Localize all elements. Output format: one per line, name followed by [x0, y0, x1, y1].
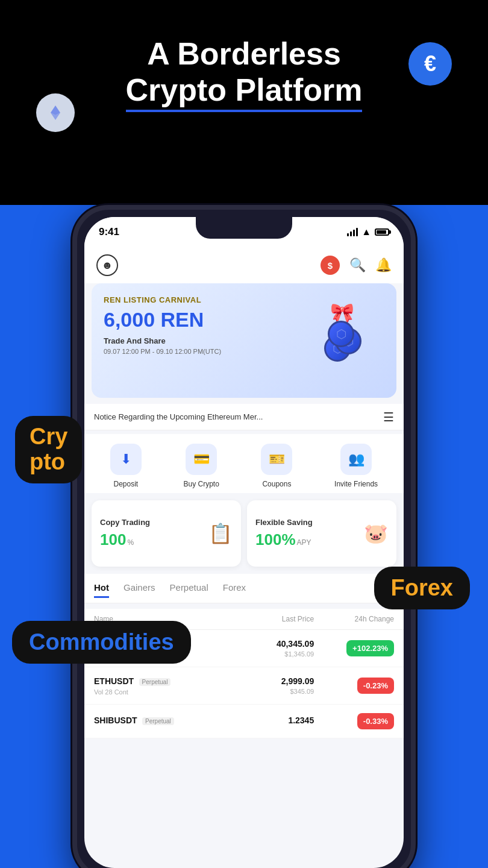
- coin-badge: Perpetual: [142, 717, 174, 725]
- action-deposit[interactable]: ⬇ Deposit: [110, 444, 142, 488]
- th-price: Last Price: [214, 615, 314, 623]
- banner-amount: 6,000 REN: [104, 308, 312, 332]
- coin-3: ⬡: [328, 321, 354, 347]
- floating-commodities-label: Commodities: [12, 621, 191, 664]
- invite-label: Invite Friends: [334, 480, 378, 488]
- row-name: ETHUSDT Perpetual Vol 28 Cont: [94, 676, 214, 696]
- change-badge-up: +102.23%: [346, 640, 394, 656]
- quick-actions: ⬇ Deposit 💳 Buy Crypto 🎫 Coupons 👥: [84, 434, 404, 493]
- menu-icon[interactable]: ☰: [383, 410, 394, 424]
- table-row[interactable]: SHIBUSDT Perpetual 1.2345 -0.33%: [84, 705, 404, 738]
- table-row[interactable]: ETHUSDT Perpetual Vol 28 Cont 2,999.09 $…: [84, 667, 404, 705]
- flexible-saving-title: Flexible Saving: [255, 518, 358, 527]
- user-avatar-button[interactable]: ☻: [96, 254, 118, 276]
- dollar-badge[interactable]: $: [321, 256, 340, 275]
- cards-row: Copy Trading 100 % 📋 Flexible Saving 100…: [92, 500, 396, 567]
- wifi-icon: ▲: [361, 227, 371, 237]
- th-change: 24h Change: [314, 615, 394, 623]
- coin-badge: Perpetual: [139, 678, 171, 686]
- action-invite-friends[interactable]: 👥 Invite Friends: [334, 444, 378, 488]
- row-price: 40,345.09 $1,345.09: [214, 639, 314, 658]
- search-icon[interactable]: 🔍: [349, 257, 366, 273]
- user-icon: ☻: [102, 259, 113, 272]
- row-change: -0.33%: [314, 713, 394, 729]
- notice-text: Notice Regarding the Upcoming Ethereum M…: [94, 412, 376, 421]
- battery-icon: [375, 228, 389, 236]
- floating-forex-label: Forex: [374, 567, 470, 609]
- buy-crypto-label: Buy Crypto: [183, 480, 219, 488]
- change-badge-down: -0.23%: [357, 678, 394, 694]
- deposit-label: Deposit: [113, 480, 138, 488]
- banner-date: 09.07 12:00 PM - 09.10 12:00 PM(UTC): [104, 348, 312, 355]
- banner-subtitle: REN LISTING CARNIVAL: [104, 295, 312, 304]
- phone-notch: [196, 217, 292, 239]
- tab-forex[interactable]: Forex: [223, 582, 246, 598]
- banner-desc: Trade And Share: [104, 336, 312, 345]
- market-tabs: Hot Gainers Perpetual Forex: [84, 574, 404, 603]
- coupons-icon: 🎫: [261, 444, 292, 475]
- flexible-saving-unit: APY: [297, 538, 311, 547]
- floating-crypto-label: Crypto: [15, 416, 82, 483]
- row-change: +102.23%: [314, 640, 394, 656]
- banner-text: REN LISTING CARNIVAL 6,000 REN Trade And…: [104, 295, 312, 355]
- status-time: 9:41: [99, 226, 119, 238]
- notice-bar: Notice Regarding the Upcoming Ethereum M…: [84, 404, 404, 430]
- tab-list: Hot Gainers Perpetual Forex: [94, 582, 394, 598]
- phone-frame: 9:41 ▲ ☻ $ 🔍 🔔: [72, 205, 416, 868]
- banner-image: 🎀 ⬡ ⬡ ⬡: [312, 295, 384, 380]
- tab-perpetual[interactable]: Perpetual: [170, 582, 208, 598]
- flexible-saving-card[interactable]: Flexible Saving 100% APY 🐷: [247, 500, 396, 567]
- price-usd: $1,345.09: [214, 650, 314, 658]
- app-header: ☻ $ 🔍 🔔: [84, 247, 404, 283]
- flexible-saving-icon: 🐷: [364, 522, 388, 545]
- copy-trading-title: Copy Trading: [100, 518, 202, 527]
- price-usd: $345.09: [214, 688, 314, 695]
- tab-hot[interactable]: Hot: [94, 582, 109, 598]
- invite-icon: 👥: [340, 444, 372, 475]
- price-main: 40,345.09: [214, 639, 314, 649]
- buy-crypto-icon: 💳: [186, 444, 217, 475]
- promo-banner[interactable]: REN LISTING CARNIVAL 6,000 REN Trade And…: [92, 283, 396, 398]
- copy-trading-card[interactable]: Copy Trading 100 % 📋: [92, 500, 241, 567]
- action-buy-crypto[interactable]: 💳 Buy Crypto: [183, 444, 219, 488]
- copy-trading-value: 100: [100, 530, 126, 549]
- eth-badge: [36, 93, 75, 132]
- phone-screen: 9:41 ▲ ☻ $ 🔍 🔔: [84, 217, 404, 868]
- hero-line2: Crypto Platform: [126, 72, 363, 112]
- copy-trading-icon: 📋: [208, 522, 233, 545]
- bell-icon[interactable]: 🔔: [375, 257, 392, 273]
- status-icons: ▲: [347, 227, 389, 237]
- row-price: 2,999.09 $345.09: [214, 676, 314, 695]
- price-main: 2,999.09: [214, 676, 314, 686]
- coin-stack: 🎀 ⬡ ⬡ ⬡: [324, 313, 372, 362]
- copy-trading-unit: %: [127, 538, 134, 547]
- row-name: SHIBUSDT Perpetual: [94, 715, 214, 728]
- action-coupons[interactable]: 🎫 Coupons: [261, 444, 292, 488]
- tab-gainers[interactable]: Gainers: [124, 582, 155, 598]
- signal-icon: [347, 228, 358, 236]
- coupons-label: Coupons: [262, 480, 291, 488]
- coin-vol: Vol 28 Cont: [94, 688, 214, 696]
- coin-name: ETHUSDT: [94, 676, 134, 686]
- row-change: -0.23%: [314, 678, 394, 694]
- euro-badge: €: [408, 42, 452, 86]
- coin-name: SHIBUSDT: [94, 715, 137, 725]
- change-badge-down: -0.33%: [357, 713, 394, 729]
- price-main: 1.2345: [214, 715, 314, 725]
- header-right: $ 🔍 🔔: [321, 256, 392, 275]
- deposit-icon: ⬇: [110, 444, 142, 475]
- hero-line1: A Borderless: [147, 36, 341, 71]
- flexible-saving-value: 100%: [255, 530, 296, 549]
- row-price: 1.2345: [214, 715, 314, 727]
